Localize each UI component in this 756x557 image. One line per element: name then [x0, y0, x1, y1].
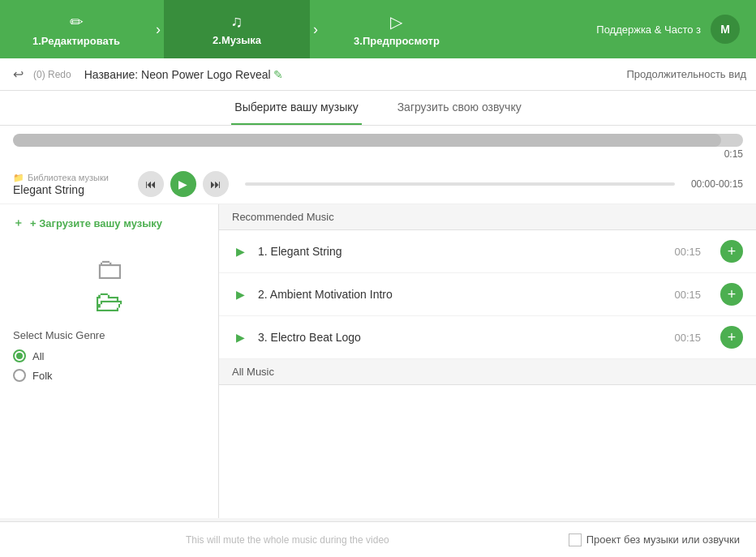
radio-dot-all — [16, 353, 23, 359]
player-seek[interactable] — [245, 182, 675, 186]
nav-step-edit[interactable]: ✏ 1.Редактировать — [0, 0, 152, 58]
nav-step1-label: 1.Редактировать — [32, 35, 120, 47]
prev-button[interactable]: ⏮ — [138, 171, 164, 197]
top-nav: ✏ 1.Редактировать › ♫ 2.Музыка › ▷ 3.Пре… — [0, 0, 756, 58]
player-time: 00:00-00:15 — [691, 178, 743, 190]
progress-bar-fill — [13, 134, 721, 147]
no-music-area: Проект без музыки или озвучки — [569, 533, 740, 546]
section-all-music: All Music — [219, 359, 756, 385]
play-item-3[interactable]: ▶ — [232, 331, 248, 344]
music-name-3: 3. Electro Beat Logo — [258, 331, 664, 344]
add-music-3[interactable]: + — [720, 326, 743, 349]
no-music-checkbox[interactable] — [569, 533, 582, 546]
nav-support: Поддержка & Часто з М — [580, 0, 756, 58]
sidebar: ＋ + Загрузите вашу музыку 🗀 🗁 Select Mus… — [0, 204, 219, 518]
toolbar: ↩ (0) Redo Название: Neon Power Logo Rev… — [0, 58, 756, 91]
music-duration-1: 00:15 — [674, 246, 701, 258]
play-item-2[interactable]: ▶ — [232, 288, 248, 301]
folder-open-icon: 🗁 — [95, 287, 124, 316]
music-item-2: ▶ 2. Ambient Motivation Intro 00:15 + — [219, 273, 756, 316]
section-recommended: Recommended Music — [219, 204, 756, 230]
undo-button[interactable]: ↩ — [10, 63, 27, 85]
folder-area: 🗀 🗁 — [0, 242, 218, 323]
upload-music-button[interactable]: ＋ + Загрузите вашу музыку — [0, 204, 218, 242]
progress-bar-container: 0:15 — [0, 126, 756, 165]
duration-label: Продолжительность вид — [626, 68, 746, 80]
track-name: Elegant String — [13, 183, 109, 196]
user-button[interactable]: М — [711, 15, 740, 44]
folder-closed-icon: 🗀 — [95, 255, 124, 284]
music-icon: ♫ — [231, 12, 243, 31]
nav-step3-label: 3.Предпросмотр — [354, 35, 440, 47]
music-item-1: ▶ 1. Elegant String 00:15 + — [219, 230, 756, 273]
track-library: 📁 Библиотека музыки — [13, 173, 109, 183]
mute-hint: This will mute the whole music during th… — [16, 534, 559, 546]
progress-time: 0:15 — [13, 148, 743, 160]
plus-icon: ＋ — [13, 216, 24, 230]
main-content: ＋ + Загрузите вашу музыку 🗀 🗁 Select Mus… — [0, 204, 756, 518]
undo-count: (0) Redo — [33, 69, 71, 80]
toolbar-title: Название: Neon Power Logo Reveal ✎ — [84, 68, 284, 81]
tab-choose-music[interactable]: Выберите вашу музыку — [231, 91, 361, 125]
music-item-3: ▶ 3. Electro Beat Logo 00:15 + — [219, 316, 756, 359]
play-item-1[interactable]: ▶ — [232, 245, 248, 258]
bottom-bar: This will mute the whole music during th… — [0, 521, 756, 557]
title-edit-icon[interactable]: ✎ — [273, 68, 283, 81]
nav-step-preview[interactable]: ▷ 3.Предпросмотр — [321, 0, 472, 58]
play-button[interactable]: ▶ — [170, 171, 196, 197]
add-music-1[interactable]: + — [720, 240, 743, 263]
tabs-row: Выберите вашу музыку Загрузить свою озву… — [0, 91, 756, 126]
music-list: Recommended Music ▶ 1. Elegant String 00… — [219, 204, 756, 518]
radio-folk[interactable] — [13, 369, 26, 382]
genre-section: Select Music Genre All Folk — [0, 323, 218, 395]
genre-option-folk[interactable]: Folk — [13, 369, 205, 382]
edit-icon: ✏ — [70, 12, 84, 32]
track-info: 📁 Библиотека музыки Elegant String — [13, 173, 109, 196]
music-duration-3: 00:15 — [674, 332, 701, 344]
radio-all[interactable] — [13, 349, 26, 362]
genre-title: Select Music Genre — [13, 329, 205, 341]
player-row: 📁 Библиотека музыки Elegant String ⏮ ▶ ⏭… — [0, 165, 756, 204]
progress-bar-track[interactable] — [13, 134, 743, 147]
nav-step-music[interactable]: ♫ 2.Музыка — [164, 0, 310, 58]
no-music-label: Проект без музыки или озвучки — [586, 533, 740, 546]
next-button[interactable]: ⏭ — [203, 171, 229, 197]
nav-arrow-2: › — [310, 0, 321, 58]
tab-upload-voiceover[interactable]: Загрузить свою озвучку — [394, 91, 525, 125]
music-duration-2: 00:15 — [674, 289, 701, 301]
preview-icon: ▷ — [390, 12, 402, 32]
add-music-2[interactable]: + — [720, 283, 743, 306]
player-controls: ⏮ ▶ ⏭ — [138, 171, 229, 197]
genre-option-all[interactable]: All — [13, 349, 205, 362]
music-name-1: 1. Elegant String — [258, 245, 664, 258]
music-name-2: 2. Ambient Motivation Intro — [258, 288, 664, 301]
nav-step2-label: 2.Музыка — [213, 34, 261, 46]
nav-arrow-1: › — [152, 0, 164, 58]
folder-closed-icon: 📁 — [13, 173, 24, 183]
